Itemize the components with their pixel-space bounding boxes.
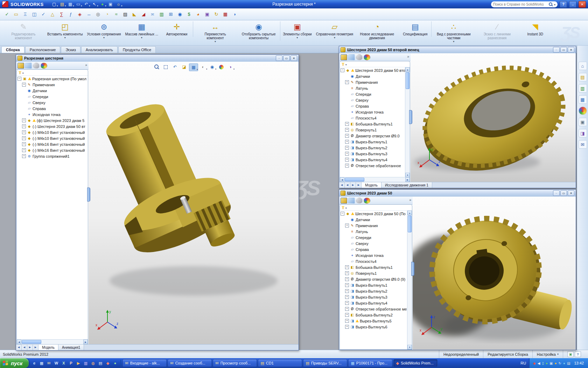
tree-item[interactable]: Повернуть1 — [340, 127, 405, 133]
tree-expander[interactable] — [22, 124, 26, 128]
child-close-button[interactable] — [568, 190, 574, 196]
close-button[interactable] — [579, 1, 586, 8]
displaymanager-tab-icon[interactable] — [364, 198, 370, 204]
tree-expander[interactable] — [22, 148, 26, 152]
child-close-button[interactable] — [290, 55, 297, 61]
commandmanager-tab[interactable]: Эскиз — [61, 46, 80, 53]
tab-scroll-next-button[interactable] — [350, 182, 356, 188]
forum-icon[interactable]: ✉ — [579, 140, 587, 149]
tree-item[interactable]: Примечания — [340, 223, 407, 229]
excel-icon[interactable]: X — [60, 360, 67, 367]
section-properties-icon[interactable]: ◫ — [30, 10, 38, 19]
smart-fasteners-button[interactable]: ✛ Автокрепежи — [161, 21, 193, 37]
volume-tray-icon[interactable]: ◀ — [538, 361, 540, 365]
bom-button[interactable]: ▤ Спецификация — [399, 21, 432, 37]
clearance-verification-icon[interactable]: ↔ — [85, 10, 93, 19]
thickness-analysis-icon[interactable]: ▥ — [158, 10, 166, 19]
tree-expander[interactable] — [345, 158, 349, 162]
acdsee-icon[interactable]: ◍ — [90, 360, 96, 367]
mass-properties-icon[interactable]: Ξ — [21, 10, 29, 19]
select-icon[interactable]: ↖ — [91, 1, 98, 7]
tree-expander[interactable] — [345, 265, 349, 269]
tree-expander[interactable] — [18, 77, 21, 81]
tree-item[interactable]: Латунь — [340, 85, 405, 91]
propertymanager-tab-icon[interactable] — [25, 63, 32, 69]
motion-study-button[interactable]: ◔ Новое исследование движения — [356, 21, 398, 41]
view-settings-icon[interactable]: ◑ — [226, 63, 234, 70]
network-tray-icon[interactable]: ▯ — [542, 361, 544, 365]
status-custom-menu[interactable]: Настройка — [532, 350, 563, 358]
configurationmanager-tab-icon[interactable] — [356, 54, 363, 60]
tree-expander[interactable] — [22, 154, 26, 158]
view-palette-icon[interactable]: ▦ — [579, 95, 587, 104]
winrar-icon[interactable]: ▥ — [82, 360, 89, 367]
tree-expander[interactable] — [345, 140, 349, 144]
render-tools-icon[interactable]: ◕ — [194, 10, 202, 19]
tree-item[interactable]: Шестерня 2023 диам 50 (По — [340, 211, 407, 217]
tree-expander[interactable] — [22, 83, 26, 87]
tree-filter-row[interactable] — [340, 61, 410, 67]
tree-expander[interactable] — [345, 152, 349, 156]
taskbar-button[interactable]: ▤CD1 — [258, 359, 302, 367]
undo-icon[interactable]: ↶ — [83, 1, 90, 7]
document-recovery-icon[interactable]: ◨ — [579, 129, 587, 137]
edit-component-button[interactable]: ✎ Редактировать компонент — [2, 21, 45, 41]
exploded-view-button[interactable]: ∴ Вид с разнесенными частями — [432, 21, 475, 44]
configurationmanager-tab-icon[interactable] — [356, 198, 363, 204]
document-tab[interactable]: Анимация1 — [58, 345, 84, 350]
insert-components-button[interactable]: ◰ Вставить компоненты — [46, 21, 84, 40]
tree-item[interactable]: Примечания — [17, 82, 88, 88]
tab-scroll-first-button[interactable] — [16, 345, 22, 350]
file-explorer-icon[interactable]: ▥ — [579, 84, 587, 93]
tree-expander[interactable] — [345, 307, 349, 311]
tree-item[interactable]: (-) Шестерня 2023 диам 50 вт — [17, 123, 88, 129]
tree-item[interactable]: Справа — [340, 246, 407, 252]
tree-item[interactable]: Бобышка-Вытянуть2 — [340, 312, 407, 318]
tree-item[interactable]: Исходная точка — [340, 109, 405, 115]
commandmanager-tab[interactable]: Сборка — [1, 46, 24, 53]
tree-expander[interactable] — [345, 134, 349, 138]
instant3d-button[interactable]: ◥ Instant 3D — [519, 21, 551, 37]
new-document-icon[interactable]: ▢ — [51, 1, 58, 7]
scroll-down-button[interactable]: ▼ — [407, 345, 412, 349]
tree-expander[interactable] — [345, 295, 349, 299]
document-tab[interactable]: Исследование движения 1 — [382, 182, 432, 188]
curvature-icon[interactable]: ≈ — [112, 10, 120, 19]
scroll-up-button[interactable]: ▲ — [407, 211, 412, 215]
document-tab[interactable]: Модель — [362, 182, 382, 188]
solidworks-resources-icon[interactable]: ⌂ — [579, 62, 587, 70]
child-restore-button[interactable] — [283, 55, 290, 61]
tree-expander[interactable] — [22, 130, 26, 134]
appearance-ball-icon[interactable]: ◑ — [230, 10, 239, 19]
taskbar-button[interactable]: ◆SolidWorks Prem... — [393, 359, 438, 367]
language-indicator[interactable]: RU — [518, 361, 529, 365]
tree-item[interactable]: Спереди — [340, 91, 405, 97]
custom-properties-icon[interactable]: ▣ — [579, 118, 587, 126]
messenger-tray-icon[interactable]: ● — [563, 361, 565, 365]
tree-item[interactable]: Вырез-Вытянуть2 — [340, 145, 405, 151]
search-options-caret[interactable] — [554, 2, 555, 6]
tab-scroll-prev-button[interactable] — [345, 182, 350, 188]
tree-item[interactable]: (-) M4x10 Винт установочный — [17, 129, 88, 135]
displaymanager-tab-icon[interactable] — [41, 63, 47, 69]
propertymanager-tab-icon[interactable] — [348, 198, 355, 204]
open-document-icon[interactable]: ▤ — [59, 1, 66, 7]
undercut-analysis-icon[interactable]: ◢ — [139, 10, 148, 19]
featuremanager-tab-icon[interactable] — [18, 63, 24, 69]
featuremanager-splitter[interactable] — [411, 262, 414, 276]
tree-expander[interactable] — [345, 122, 349, 126]
tree-item[interactable]: Датчики — [340, 73, 405, 79]
tree-expander[interactable] — [345, 146, 349, 150]
hide-show-items-icon[interactable]: ◉ — [208, 63, 216, 70]
tab-scroll-last-button[interactable] — [356, 182, 362, 188]
tree-item[interactable]: Сверху — [17, 100, 88, 105]
tab-scroll-prev-button[interactable] — [22, 345, 27, 350]
scroll-left-button[interactable]: ◀ — [340, 177, 344, 182]
reference-geometry-button[interactable]: ▱ Справочная геометрия — [314, 21, 355, 40]
solidworks-launch-icon[interactable]: ◆ — [104, 360, 111, 367]
tree-expander[interactable] — [345, 313, 349, 317]
edit-appearance-icon[interactable] — [217, 63, 225, 70]
tree-expander[interactable] — [345, 283, 349, 287]
scheduler-tray-icon[interactable]: ● — [555, 361, 557, 365]
child-restore-button[interactable] — [560, 47, 567, 53]
